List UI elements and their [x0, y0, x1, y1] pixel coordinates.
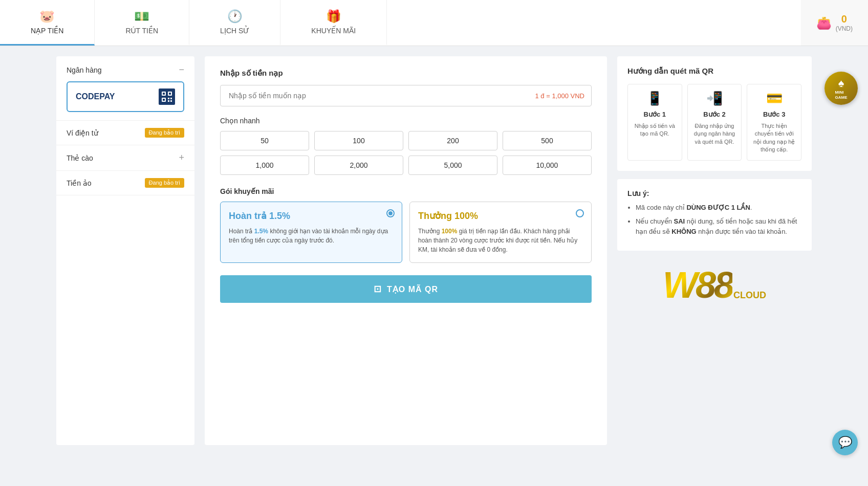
svg-rect-4 [169, 93, 171, 95]
w88-logo: W88 [663, 264, 732, 306]
bank-section: Ngân hàng − CODEPAY [56, 56, 194, 121]
cloud-label: CLOUD [733, 290, 766, 301]
qr-step-2-desc: Đăng nhập ứng dụng ngân hàng và quét mã … [692, 122, 737, 146]
qr-step-2-icon: 📲 [706, 91, 723, 106]
sidebar: Ngân hàng − CODEPAY [56, 56, 194, 445]
tab-lich-su[interactable]: 🕐 LỊCH SỬ [189, 0, 280, 46]
codepay-label: CODEPAY [76, 92, 115, 101]
qr-btn-label: TẠO MÃ QR [387, 284, 438, 294]
scratch-card-label: Thẻ cào [67, 154, 93, 162]
e-wallet-label: Ví điện tử [67, 129, 98, 137]
quick-amount-100[interactable]: 100 [314, 131, 403, 150]
quick-amount-10000[interactable]: 10,000 [503, 156, 592, 175]
promo-card-thuong-100[interactable]: Thưởng 100% Thưởng 100% giá trị tiền nạp… [409, 202, 592, 263]
qr-step-2: 📲 Bước 2 Đăng nhập ứng dụng ngân hàng và… [687, 84, 742, 161]
input-section-title: Nhập số tiền nạp [220, 69, 592, 78]
tab-lich-su-label: LỊCH SỬ [220, 27, 249, 35]
brand-logo-section: W88 CLOUD [617, 259, 812, 311]
promo-section-title: Gói khuyến mãi [220, 187, 592, 195]
promo-thuong-desc: Thưởng 100% giá trị tiền nạp lần đầu. Kh… [418, 227, 583, 254]
promo-thuong-title: Thưởng 100% [418, 210, 583, 222]
notes-title: Lưu ý: [627, 189, 801, 197]
qr-step-2-title: Bước 2 [703, 111, 725, 118]
bank-section-title: Ngân hàng [67, 66, 102, 74]
balance-unit: (VND) [836, 25, 853, 32]
svg-rect-7 [170, 98, 172, 99]
nav-wallet-area: 👛 0 (VND) [801, 0, 868, 46]
quick-amount-5000[interactable]: 5,000 [408, 156, 497, 175]
balance-amount: 0 [841, 13, 847, 25]
qr-btn-icon: ⊡ [374, 283, 382, 295]
lich-su-icon: 🕐 [227, 9, 243, 24]
money-input-wrapper: 1 đ = 1,000 VND [220, 85, 592, 106]
e-wallet-row[interactable]: Ví điện tử Đang bảo trì [56, 121, 194, 145]
note-item-2: Nếu chuyển SAI nội dung, số tiền hoặc sa… [636, 216, 801, 236]
qr-step-1: 📱 Bước 1 Nhập số tiền và tạo mã QR. [627, 84, 682, 161]
codepay-qr-icon [159, 89, 175, 105]
quick-amount-500[interactable]: 500 [503, 131, 592, 150]
collapse-bank-button[interactable]: − [179, 64, 184, 75]
main-container: Ngân hàng − CODEPAY [0, 46, 868, 455]
qr-step-3: 💳 Bước 3 Thực hiện chuyển tiền với nội d… [747, 84, 801, 161]
tab-nap-tien[interactable]: 🐷 NẠP TIỀN [0, 0, 95, 46]
crypto-label: Tiền ảo [67, 179, 92, 187]
tab-khuyen-mai[interactable]: 🎁 KHUYẾN MÃI [280, 0, 387, 46]
quick-amount-1000[interactable]: 1,000 [220, 156, 309, 175]
promo-cards-grid: Hoàn trả 1.5% Hoàn trả 1.5% không giới h… [220, 202, 592, 263]
qr-step-3-title: Bước 3 [763, 111, 785, 118]
tab-khuyen-mai-label: KHUYẾN MÃI [311, 27, 356, 35]
top-navigation: 🐷 NẠP TIỀN 💵 RÚT TIỀN 🕐 LỊCH SỬ 🎁 KHUYẾN… [0, 0, 868, 46]
promo-hoan-tra-desc: Hoàn trả 1.5% không giới hạn vào tài kho… [229, 227, 394, 245]
svg-rect-6 [168, 98, 169, 99]
chat-button[interactable]: 💬 [832, 430, 858, 455]
qr-guide-title: Hướng dẫn quét mã QR [627, 67, 801, 76]
quick-amount-2000[interactable]: 2,000 [314, 156, 403, 175]
content-area: Nhập số tiền nạp 1 đ = 1,000 VND Chọn nh… [205, 56, 607, 445]
codepay-option[interactable]: CODEPAY [67, 81, 184, 112]
scratch-card-row[interactable]: Thẻ cào + [56, 145, 194, 171]
create-qr-button[interactable]: ⊡ TẠO MÃ QR [220, 275, 592, 303]
notes-section: Lưu ý: Mã code này chỉ DÙNG ĐƯỢC 1 LẦN. … [617, 179, 812, 251]
quick-amount-200[interactable]: 200 [408, 131, 497, 150]
promo-card-hoan-tra[interactable]: Hoàn trả 1.5% Hoàn trả 1.5% không giới h… [220, 202, 402, 263]
svg-rect-5 [163, 99, 165, 101]
spade-icon: ♠ [838, 77, 844, 90]
right-panel: Hướng dẫn quét mã QR 📱 Bước 1 Nhập số ti… [617, 56, 812, 445]
crypto-maintenance-badge: Đang bảo trì [145, 178, 184, 188]
qr-step-1-icon: 📱 [646, 91, 663, 106]
balance-display: 0 (VND) [836, 13, 853, 32]
quick-select-label: Chọn nhanh [220, 117, 592, 125]
notes-list: Mã code này chỉ DÙNG ĐƯỢC 1 LẦN. Nếu chu… [627, 203, 801, 237]
wallet-icon: 👛 [816, 16, 832, 30]
qr-step-1-title: Bước 1 [644, 111, 666, 118]
money-rate-label: 1 đ = 1,000 VND [535, 92, 584, 100]
svg-rect-8 [168, 100, 169, 102]
qr-step-3-desc: Thực hiện chuyển tiền với nội dung nạp h… [751, 122, 797, 154]
tab-rut-tien[interactable]: 💵 RÚT TIỀN [95, 0, 189, 46]
quick-amount-grid: 50 100 200 500 1,000 2,000 5,000 10,000 [220, 131, 592, 175]
scratch-card-expand-icon[interactable]: + [179, 152, 184, 163]
nap-tien-icon: 🐷 [39, 9, 55, 24]
chat-icon: 💬 [838, 436, 852, 449]
rut-tien-icon: 💵 [134, 9, 149, 24]
mini-game-label: MINIGAME [835, 90, 848, 100]
svg-rect-9 [170, 100, 172, 102]
promo-hoan-tra-title: Hoàn trả 1.5% [229, 210, 394, 222]
quick-amount-50[interactable]: 50 [220, 131, 309, 150]
crypto-row[interactable]: Tiền ảo Đang bảo trì [56, 171, 194, 195]
qr-steps-grid: 📱 Bước 1 Nhập số tiền và tạo mã QR. 📲 Bư… [627, 84, 801, 161]
qr-step-1-desc: Nhập số tiền và tạo mã QR. [632, 122, 678, 138]
e-wallet-maintenance-badge: Đang bảo trì [145, 128, 184, 138]
qr-step-3-icon: 💳 [766, 91, 783, 106]
note-item-1: Mã code này chỉ DÙNG ĐƯỢC 1 LẦN. [636, 203, 801, 213]
qr-guide-section: Hướng dẫn quét mã QR 📱 Bước 1 Nhập số ti… [617, 56, 812, 171]
mini-game-badge[interactable]: ♠ MINIGAME [824, 72, 858, 105]
bank-section-header: Ngân hàng − [67, 64, 184, 75]
tab-rut-tien-label: RÚT TIỀN [125, 27, 158, 35]
svg-rect-3 [163, 93, 165, 95]
promo-thuong-radio [576, 209, 584, 217]
khuyen-mai-icon: 🎁 [326, 9, 341, 24]
tab-nap-tien-label: NẠP TIỀN [31, 27, 63, 35]
promo-hoan-tra-radio [386, 209, 395, 217]
